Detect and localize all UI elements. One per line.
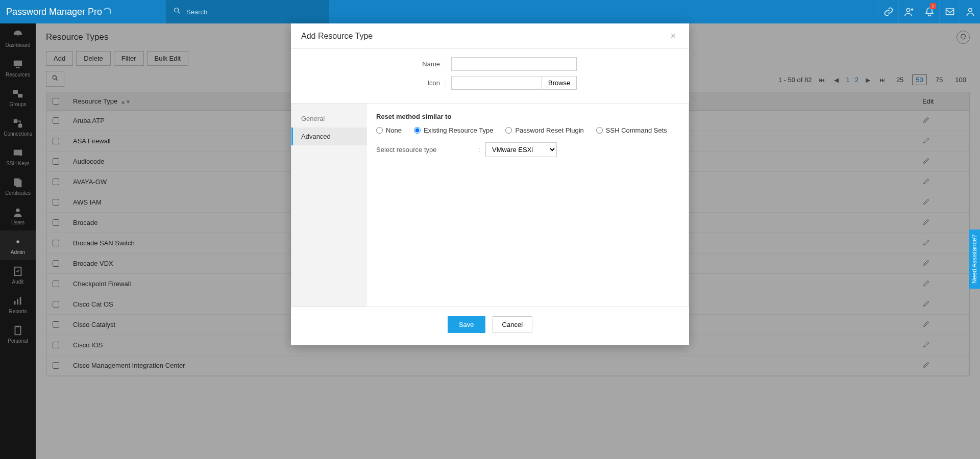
save-button[interactable]: Save [448,316,485,333]
profile-icon[interactable] [960,0,980,23]
svg-rect-3 [946,9,953,15]
select-resource-label: Select resource type [376,146,478,154]
cancel-button[interactable]: Cancel [493,316,532,333]
tab-general[interactable]: General [291,110,367,128]
search-area[interactable] [166,0,329,23]
logo: Password Manager Pro [0,7,166,17]
need-assistance-tab[interactable]: Need Assistance? [969,230,980,289]
name-label: Name [301,60,444,68]
close-icon[interactable]: × [667,31,679,41]
modal-title: Add Resource Type [301,32,667,41]
resource-type-select[interactable]: VMware ESXi [485,142,557,157]
icon-label: Icon [301,79,444,87]
svg-point-0 [175,8,179,12]
icon-input[interactable] [451,76,542,90]
search-input[interactable] [186,8,288,16]
tab-advanced[interactable]: Advanced [291,128,367,145]
user-add-icon[interactable] [898,0,919,23]
browse-button[interactable]: Browse [542,76,577,90]
search-icon [173,7,181,17]
radio-ssh[interactable]: SSH Command Sets [596,126,667,134]
mail-icon[interactable] [939,0,960,23]
alert-badge: ! [930,3,936,9]
topbar: Password Manager Pro ! [0,0,980,23]
modal-tabs: General Advanced [291,104,367,307]
logo-arc-icon [102,7,112,17]
svg-point-2 [906,8,910,12]
svg-point-4 [968,8,972,12]
radio-plugin[interactable]: Password Reset Plugin [505,126,583,134]
name-input[interactable] [451,57,577,71]
radio-none[interactable]: None [376,126,402,134]
reset-section-title: Reset method similar to [376,113,679,120]
radio-existing[interactable]: Existing Resource Type [414,126,493,134]
add-resource-type-modal: Add Resource Type × Name : Icon : Browse… [291,23,689,345]
link-icon[interactable] [878,0,898,23]
svg-line-1 [178,12,180,13]
reset-method-radios: None Existing Resource Type Password Res… [376,126,679,134]
app-name: Password Manager Pro [6,7,102,17]
bell-icon[interactable]: ! [919,0,939,23]
top-icons: ! [878,0,980,23]
